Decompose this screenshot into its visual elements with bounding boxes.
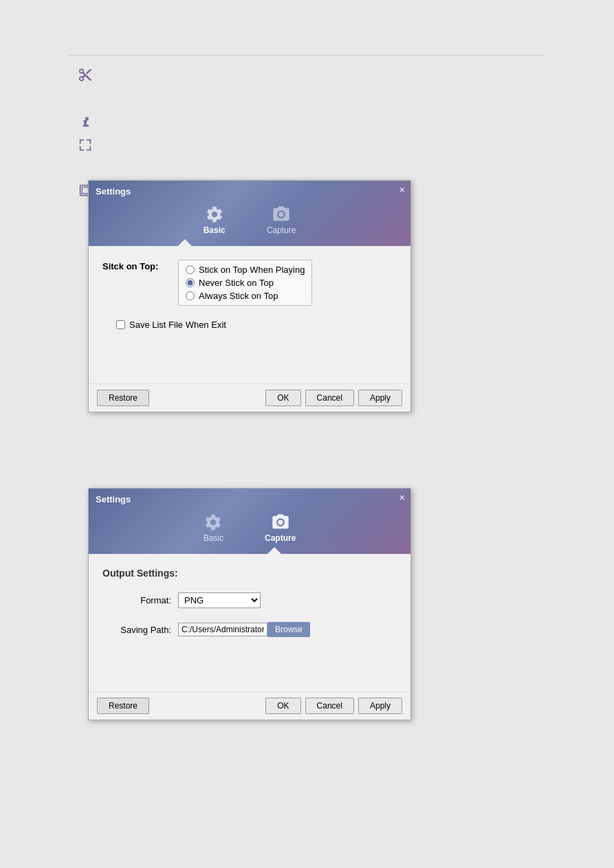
dialog-body-2: Output Settings: Format: PNG JPEG BMP Sa… [89,554,410,691]
dialog-header-2: Settings × Basic Capture [89,489,410,554]
tab-basic-label-2: Basic [204,533,223,543]
dialog-tabs-2: Basic Capture [96,510,404,550]
format-select[interactable]: PNG JPEG BMP [178,592,261,608]
tab-basic-1[interactable]: Basic [183,202,246,243]
dialog-header-1: Settings × Basic Capture [89,181,410,246]
radio-when-playing-input[interactable] [186,265,195,274]
save-list-label: Save List File When Exit [129,320,226,330]
cancel-button-1[interactable]: Cancel [305,390,354,406]
ok-button-1[interactable]: OK [265,390,300,406]
dialog-title-1: Settings [96,186,404,197]
output-settings-title: Output Settings: [102,568,397,579]
restore-button-2[interactable]: Restore [97,698,149,714]
scissors-icon[interactable] [76,65,95,85]
saving-path-label: Saving Path: [102,625,178,635]
fullscreen-icon[interactable] [76,135,95,155]
tab-capture-label-1: Capture [267,225,296,235]
dialog-footer-1: Restore OK Cancel Apply [89,383,410,412]
restore-button-1[interactable]: Restore [97,390,149,406]
tab-indicator-1 [178,239,192,246]
top-border [69,55,545,56]
stick-on-top-options: Stick on Top When Playing Never Stick on… [178,260,312,306]
apply-button-2[interactable]: Apply [358,698,402,714]
browse-button[interactable]: Browse [267,622,310,637]
settings-dialog-capture: Settings × Basic Capture Output Settings… [88,488,411,720]
radio-never[interactable]: Never Stick on Top [186,278,305,288]
dialog-body-1: Sitck on Top: Stick on Top When Playing … [89,246,410,383]
stick-on-top-row: Sitck on Top: Stick on Top When Playing … [102,260,397,306]
radio-never-label: Never Stick on Top [199,278,274,288]
dialog-title-2: Settings [96,494,404,504]
tab-indicator-2 [267,547,281,554]
stick-on-top-label: Sitck on Top: [102,260,178,271]
settings-dialog-basic: Settings × Basic Capture Sitck on [88,180,411,412]
format-row: Format: PNG JPEG BMP [102,592,397,608]
saving-path-row: Saving Path: Browse [102,622,397,637]
tab-capture-label-2: Capture [265,533,296,543]
radio-never-input[interactable] [186,278,195,287]
dialog-close-1[interactable]: × [399,185,405,194]
cancel-button-2[interactable]: Cancel [305,698,354,714]
save-list-checkbox[interactable] [116,320,125,329]
tab-capture-2[interactable]: Capture [244,510,316,550]
tab-basic-label-1: Basic [204,225,226,235]
saving-path-input[interactable] [178,623,267,636]
dialog-close-2[interactable]: × [399,493,405,502]
pin-icon[interactable] [76,111,95,130]
ok-button-2[interactable]: OK [265,698,300,714]
radio-always-input[interactable] [186,291,195,300]
radio-always[interactable]: Always Stick on Top [186,291,305,301]
dialog-tabs-1: Basic Capture [96,202,404,243]
radio-when-playing-label: Stick on Top When Playing [199,265,305,275]
save-list-row[interactable]: Save List File When Exit [116,320,397,330]
radio-when-playing[interactable]: Stick on Top When Playing [186,265,305,275]
tab-basic-2[interactable]: Basic [183,510,244,550]
dialog-btn-group-2: OK Cancel Apply [265,698,402,714]
tab-capture-1[interactable]: Capture [246,202,317,243]
format-label: Format: [102,595,178,605]
dialog-btn-group-1: OK Cancel Apply [265,390,402,406]
dialog-footer-2: Restore OK Cancel Apply [89,691,410,720]
radio-always-label: Always Stick on Top [199,291,278,301]
apply-button-1[interactable]: Apply [358,390,402,406]
